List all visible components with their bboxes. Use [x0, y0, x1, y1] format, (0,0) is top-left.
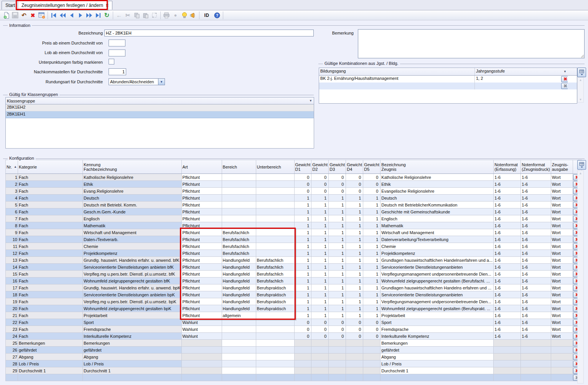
cell-art[interactable]: [181, 367, 222, 374]
cell-unterbereich[interactable]: [256, 347, 294, 354]
cell-gewicht-d2[interactable]: [311, 367, 329, 374]
cell-kategorie[interactable]: [18, 374, 83, 381]
cell-gewicht-d3[interactable]: 0: [329, 326, 346, 333]
column-header-zeugnis[interactable]: BezeichnungZeugnis: [380, 160, 494, 174]
cell-zeugnis[interactable]: Wirtschaft und Management: [380, 229, 494, 236]
notify-button[interactable]: [189, 11, 198, 20]
cell-bereich[interactable]: Handlungsfeld: [222, 284, 256, 291]
cell-jahrgangsstufe[interactable]: [475, 83, 560, 89]
table-row[interactable]: 22FachSportWahlunt00000Sport1-61-6Wort✖: [6, 319, 582, 326]
cell-unterbereich[interactable]: Berufspraktisch: [256, 291, 294, 298]
cell-notenformat-zeugnisdruck[interactable]: 1-6: [521, 188, 551, 195]
cell-gewicht-d1[interactable]: 1: [294, 215, 311, 222]
cell-notenformat-zeugnisdruck[interactable]: 1-6: [521, 278, 551, 284]
delete-record-button[interactable]: ✖: [28, 11, 37, 20]
cell-gewicht-d5[interactable]: [363, 374, 380, 381]
cell-notenformat-zeugnisdruck[interactable]: 1-6: [521, 326, 551, 333]
cell-unterbereich[interactable]: [256, 174, 294, 181]
cell-art[interactable]: Pflichtunt: [181, 271, 222, 278]
cell-bereich[interactable]: Berufsfachlich: [222, 250, 256, 257]
id-button[interactable]: ID: [201, 11, 212, 20]
tab-zeugniseinstellungen[interactable]: Zeugniseinstellungen festlegen / ändern …: [18, 1, 112, 10]
column-header-kennung[interactable]: KennungFachbezeichnung: [83, 160, 182, 174]
cell-notenformat-erfassung[interactable]: 1-6: [494, 174, 521, 181]
hint-button[interactable]: [180, 11, 189, 20]
cell-notenformat-erfassung[interactable]: 1-6: [494, 264, 521, 271]
cell-zeugnisausgabe[interactable]: Wort: [551, 257, 573, 264]
cell-notenformat-zeugnisdruck[interactable]: [521, 374, 551, 381]
table-row[interactable]: 7FachEnglischPflichtunt11111Englisch1-61…: [6, 215, 582, 222]
cell-art[interactable]: Wahlunt: [181, 319, 222, 326]
cell-unterbereich[interactable]: [256, 326, 294, 333]
cell-gewicht-d4[interactable]: 1: [346, 243, 363, 250]
cell-gewicht-d4[interactable]: 1: [346, 257, 363, 264]
cell-gewicht-d5[interactable]: 1: [363, 215, 380, 222]
cell-gewicht-d3[interactable]: [329, 347, 346, 354]
cell-bereich[interactable]: [222, 208, 256, 215]
cell-zeugnisausgabe[interactable]: Wort: [551, 181, 573, 188]
cell-notenformat-erfassung[interactable]: 1-6: [494, 188, 521, 195]
cell-bereich[interactable]: [222, 202, 256, 208]
cell-notenformat-zeugnisdruck[interactable]: 1-6: [521, 312, 551, 319]
cell-notenformat-erfassung[interactable]: 1-6: [494, 208, 521, 215]
cell-gewicht-d4[interactable]: 1: [346, 305, 363, 312]
cell-gewicht-d4[interactable]: [346, 374, 363, 381]
cell-gewicht-d2[interactable]: [311, 347, 329, 354]
cell-zeugnisausgabe[interactable]: Wort: [551, 271, 573, 278]
cell-gewicht-d1[interactable]: 0: [294, 174, 311, 181]
cell-gewicht-d5[interactable]: 1: [363, 264, 380, 271]
cell-zeugnis[interactable]: Wohnumfeld zielgruppengerecht gestalten …: [380, 305, 494, 312]
table-row-new[interactable]: ✖: [319, 83, 577, 89]
column-header-gewicht-d5[interactable]: GewichtD5: [363, 160, 380, 174]
cell-bereich[interactable]: Berufsfachlich: [222, 229, 256, 236]
cell-gewicht-d5[interactable]: 1: [363, 229, 380, 236]
cell-notenformat-zeugnisdruck[interactable]: [521, 340, 551, 347]
cell-gewicht-d5[interactable]: [363, 367, 380, 374]
cell-gewicht-d5[interactable]: 1: [363, 250, 380, 257]
cell-bereich[interactable]: Handlungsfeld: [222, 257, 256, 264]
cell-notenformat-zeugnisdruck[interactable]: 1-6: [521, 174, 551, 181]
cell-zeugnis[interactable]: Bemerkungen: [380, 340, 494, 347]
fast-backward-button[interactable]: [58, 11, 67, 20]
cell-zeugnisausgabe[interactable]: Wort: [551, 319, 573, 326]
preview-button[interactable]: ●: [171, 11, 180, 20]
cell-zeugnisausgabe[interactable]: [551, 367, 573, 374]
cell-notenformat-zeugnisdruck[interactable]: 1-6: [521, 181, 551, 188]
save-button[interactable]: [11, 11, 20, 20]
cell-notenformat-zeugnisdruck[interactable]: 1-6: [521, 222, 551, 229]
cell-art[interactable]: Pflichtunt: [181, 222, 222, 229]
cell-gewicht-d5[interactable]: [363, 360, 380, 367]
refresh-button[interactable]: ↻: [102, 11, 111, 20]
cell-gewicht-d1[interactable]: 1: [294, 208, 311, 215]
cell-zeugnis[interactable]: Serviceorientierte Dienstleistungenanbie…: [380, 264, 494, 271]
cell-bereich[interactable]: [222, 367, 256, 374]
cell-gewicht-d4[interactable]: 0: [346, 333, 363, 340]
cell-gewicht-d3[interactable]: [329, 360, 346, 367]
cell-unterbereich[interactable]: [256, 367, 294, 374]
cell-gewicht-d1[interactable]: 1: [294, 229, 311, 236]
cell-zeugnisausgabe[interactable]: Wort: [551, 215, 573, 222]
klassengruppen-header[interactable]: Klassengruppe ▼: [6, 97, 314, 104]
cell-zeugnis[interactable]: Sport: [380, 319, 494, 326]
column-header-art[interactable]: Art: [181, 160, 222, 174]
column-header-gewicht-d3[interactable]: GewichtD3: [329, 160, 346, 174]
cell-gewicht-d4[interactable]: 1: [346, 284, 363, 291]
delete-row-button[interactable]: ✖: [561, 76, 568, 82]
cell-art[interactable]: Pflichtunt: [181, 188, 222, 195]
cell-notenformat-zeugnisdruck[interactable]: 1-6: [521, 202, 551, 208]
cell-gewicht-d2[interactable]: 1: [311, 312, 329, 319]
cell-gewicht-d1[interactable]: 1: [294, 250, 311, 257]
cell-gewicht-d5[interactable]: 0: [363, 174, 380, 181]
cell-art[interactable]: Pflichtunt: [181, 215, 222, 222]
cell-nr[interactable]: [6, 374, 18, 381]
kombinationen-table-settings-button[interactable]: [577, 68, 586, 77]
cell-gewicht-d5[interactable]: 1: [363, 236, 380, 243]
cell-zeugnisausgabe[interactable]: Wort: [551, 278, 573, 284]
cell-unterbereich[interactable]: [256, 202, 294, 208]
cell-zeugnis[interactable]: Projektkompetenz: [380, 250, 494, 257]
cell-gewicht-d1[interactable]: [294, 374, 311, 381]
column-header-gewicht-d4[interactable]: GewichtD4: [346, 160, 363, 174]
cell-zeugnisausgabe[interactable]: Wort: [551, 188, 573, 195]
cell-zeugnis[interactable]: Verpflegungsmanagement undpersonenbetreu…: [380, 298, 494, 305]
cell-gewicht-d5[interactable]: 1: [363, 195, 380, 202]
